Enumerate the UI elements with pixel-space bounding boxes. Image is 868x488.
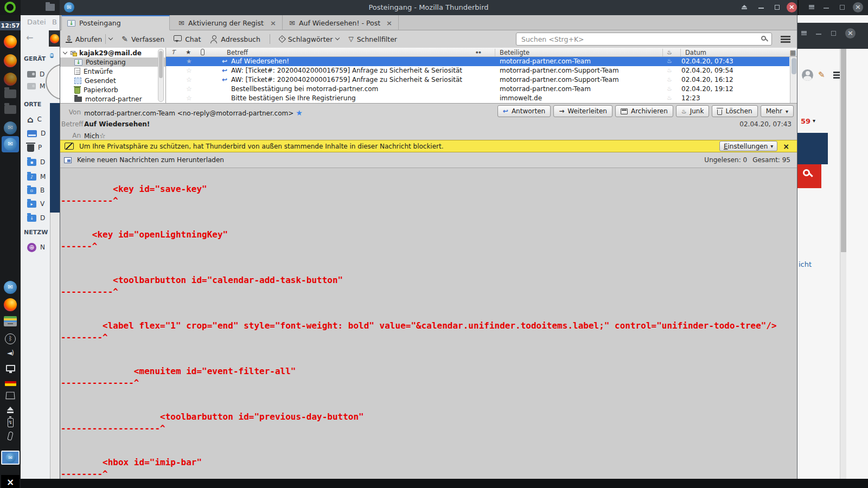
notification-close-icon[interactable] <box>783 142 789 151</box>
star-icon[interactable] <box>186 85 192 93</box>
folder-account[interactable]: kajak29@mail.de <box>60 48 165 57</box>
bg-rollup-icon[interactable] <box>808 4 815 10</box>
tray-attachment[interactable] <box>0 428 21 444</box>
settings-button[interactable]: Einstellungen <box>719 141 777 151</box>
rollup-icon[interactable] <box>741 4 748 10</box>
dock-item-thunderbird-1[interactable] <box>0 120 21 136</box>
app-menu-hamburger-icon[interactable] <box>781 36 790 43</box>
sidebar-item-network[interactable]: N <box>27 242 45 253</box>
read-column-icon[interactable] <box>476 50 482 54</box>
compose-button[interactable]: Verfassen <box>122 35 164 43</box>
folder-inbox[interactable]: Posteingang <box>60 57 165 67</box>
dock-item-firefox-3[interactable] <box>0 71 21 87</box>
folder-drafts[interactable]: Entwürfe <box>60 67 165 76</box>
sidebar-item-trash[interactable]: P <box>27 142 42 153</box>
search-input[interactable] <box>516 33 772 46</box>
bg2-rollup-icon[interactable] <box>801 30 807 36</box>
chevron-down-icon[interactable] <box>335 36 340 40</box>
tab-posteingang[interactable]: Posteingang <box>61 15 170 30</box>
dock-item-x-app[interactable] <box>1 475 20 488</box>
account-avatar-icon[interactable] <box>802 69 813 81</box>
bg2-minimize-icon[interactable] <box>816 34 821 35</box>
tray-volume[interactable] <box>0 345 21 361</box>
updater-icon[interactable] <box>4 2 16 13</box>
star-column-icon[interactable] <box>186 48 191 56</box>
archive-button[interactable]: Archivieren <box>615 105 673 117</box>
mail-row[interactable]: Bitte bestätigen Sie Ihre Registrierung … <box>166 94 789 103</box>
from-address[interactable]: motorrad-partner.com-Team <no-reply@moto… <box>84 110 293 117</box>
column-correspondents[interactable]: Beteiligte <box>500 49 529 56</box>
delete-button[interactable]: Löschen <box>712 105 757 117</box>
bg-scrollbar-thumb[interactable] <box>841 49 846 252</box>
scrollbar-thumb[interactable] <box>792 58 796 74</box>
tags-button[interactable]: Schlagwörter <box>279 35 340 43</box>
chevron-down-icon[interactable] <box>108 36 113 40</box>
star-icon[interactable] <box>186 94 192 102</box>
back-arrow-icon[interactable] <box>26 33 33 43</box>
more-button[interactable]: Mehr <box>761 105 794 117</box>
sidebar-item-downloads[interactable]: ↓D <box>27 213 45 223</box>
dock-item-thunderbird-active[interactable] <box>2 136 19 152</box>
scrollbar-thumb[interactable] <box>159 51 163 78</box>
minimize-icon[interactable] <box>758 8 764 9</box>
starred-contact-icon[interactable] <box>296 108 303 117</box>
tab-close-icon[interactable] <box>386 19 392 27</box>
collapse-chevron-icon[interactable] <box>63 49 67 54</box>
thunderbird-titlebar[interactable]: Posteingang - Mozilla Thunderbird <box>60 0 797 15</box>
dock-item-thunderbird-2[interactable] <box>0 279 21 296</box>
tab-auf-wiedersehen[interactable]: Auf Wiedersehen! - Posteinga <box>284 15 399 30</box>
junk-column-icon[interactable] <box>667 49 672 56</box>
tab-aktivierung[interactable]: Aktivierung der Registrierung <box>173 15 283 30</box>
bg-scrollbar[interactable] <box>840 49 846 479</box>
edit-pencil-icon[interactable] <box>818 70 825 80</box>
quick-filter-button[interactable]: Schnellfilter <box>348 35 397 43</box>
menu-datei[interactable]: Datei <box>27 18 46 26</box>
forward-button[interactable]: Weiterleiten <box>553 105 612 117</box>
mail-count-badge[interactable]: 59 <box>801 117 810 125</box>
reply-button[interactable]: Antworten <box>497 105 551 117</box>
bg2-close-icon[interactable] <box>845 28 856 38</box>
link-fragment[interactable]: icht <box>799 260 812 268</box>
address-book-button[interactable]: Adressbuch <box>210 35 260 43</box>
column-date[interactable]: Datum <box>685 49 706 56</box>
star-icon[interactable] <box>186 57 192 65</box>
folder-sent[interactable]: Gesendet <box>60 76 165 85</box>
column-picker-icon[interactable] <box>790 49 796 56</box>
dock-item-folder-2[interactable] <box>0 101 21 118</box>
attachment-column-icon[interactable] <box>201 49 205 55</box>
to-recipient[interactable]: Mich <box>84 132 99 140</box>
dock-item-firefox-1[interactable] <box>0 34 21 50</box>
junk-button[interactable]: Junk <box>676 105 710 117</box>
sidebar-item-filesystem[interactable]: D <box>27 69 44 80</box>
bg-restore-icon[interactable] <box>840 5 845 10</box>
star-icon[interactable] <box>186 76 192 84</box>
sidebar-item-videos[interactable]: ▸V <box>27 198 44 209</box>
mail-row[interactable]: AW: [Ticket#: 20200402000016759] Anfrage… <box>166 75 789 85</box>
sidebar-item-home[interactable]: C <box>27 114 42 125</box>
dock-item-folder-1[interactable] <box>0 86 21 102</box>
star-icon[interactable] <box>186 67 192 74</box>
tray-package[interactable] <box>0 387 21 403</box>
chat-button[interactable]: Chat <box>174 35 201 43</box>
sidebar-item-desktop[interactable]: D <box>27 128 46 139</box>
dock-item-firefox-2[interactable] <box>0 53 21 69</box>
message-list-scrollbar[interactable] <box>790 57 797 103</box>
taskbar-thunderbird-button[interactable] <box>1 451 20 465</box>
firefox-tile[interactable] <box>49 30 60 47</box>
mail-row-selected[interactable]: Auf Wiedersehen! motorrad-partner.com-Te… <box>166 57 789 66</box>
sidebar-item-documents[interactable]: ▪D <box>27 157 45 168</box>
star-contact-icon[interactable] <box>99 132 108 140</box>
sidebar-item-volume[interactable]: M <box>27 81 45 92</box>
bg-close-icon[interactable] <box>853 2 863 12</box>
sidebar-item-music[interactable]: ♪M <box>27 171 46 182</box>
folder-pane-scrollbar[interactable] <box>158 49 164 102</box>
tab-close-icon[interactable] <box>270 19 276 27</box>
get-mail-button[interactable]: Abrufen <box>66 34 112 44</box>
folder-motorrad-partner[interactable]: motorrad-partner <box>60 94 165 103</box>
search-button-red[interactable] <box>797 164 821 188</box>
column-subject[interactable]: Betreff <box>227 49 248 56</box>
restore-icon[interactable] <box>775 5 780 10</box>
mail-row[interactable]: AW: [Ticket#: 20200402000016759] Anfrage… <box>166 66 789 75</box>
close-icon[interactable] <box>787 2 797 12</box>
dock-item-firefox-4[interactable] <box>0 297 21 313</box>
